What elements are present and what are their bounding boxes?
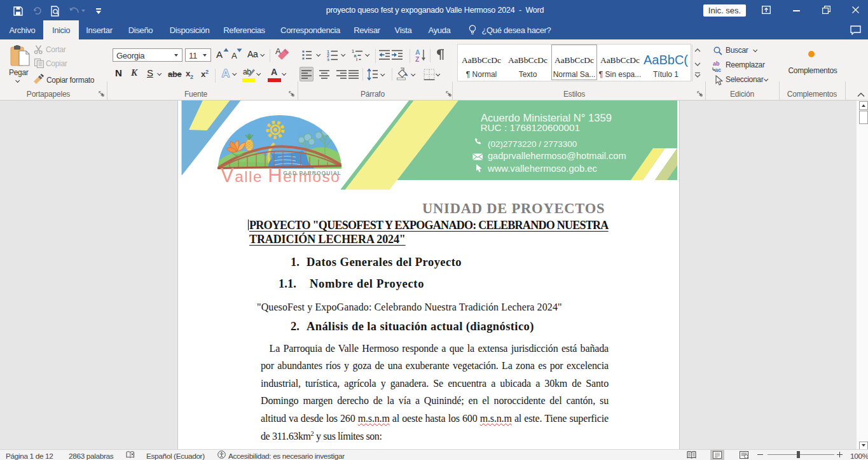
- svg-text:ac: ac: [715, 67, 721, 73]
- svg-text:(02)2773220 / 2773300: (02)2773220 / 2773300: [488, 139, 577, 149]
- svg-text:i: i: [356, 57, 357, 61]
- svg-text:GAD PARROQUIAL: GAD PARROQUIAL: [283, 170, 341, 176]
- svg-text:Z: Z: [415, 55, 420, 62]
- svg-text:3: 3: [327, 58, 329, 62]
- svg-text:gadprvallehermoso@hotmail.com: gadprvallehermoso@hotmail.com: [488, 151, 626, 161]
- svg-text:A: A: [222, 67, 230, 79]
- svg-text:www.vallehermoso.gob.ec: www.vallehermoso.gob.ec: [487, 164, 597, 174]
- svg-text:ab: ab: [713, 60, 720, 67]
- svg-text:RUC : 1768120600001: RUC : 1768120600001: [481, 122, 581, 133]
